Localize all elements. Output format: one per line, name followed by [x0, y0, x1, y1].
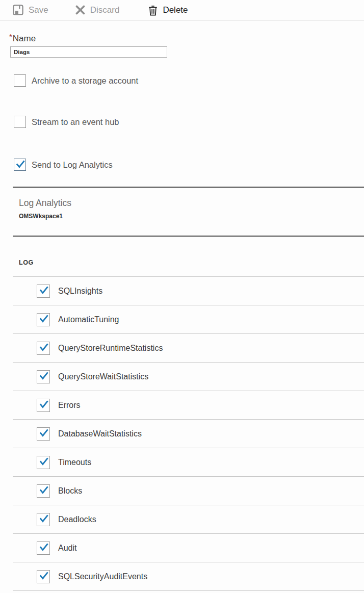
stream-event-hub-label: Stream to an event hub	[32, 117, 119, 127]
log-category-checkbox[interactable]	[37, 542, 50, 555]
archive-storage-label: Archive to a storage account	[32, 76, 138, 86]
discard-button[interactable]: Discard	[75, 5, 120, 15]
option-archive-storage: Archive to a storage account	[14, 74, 364, 87]
save-label: Save	[29, 5, 48, 15]
send-log-analytics-label: Send to Log Analytics	[32, 160, 113, 170]
log-category-checkbox[interactable]	[37, 570, 50, 583]
log-section-header: LOG	[19, 259, 364, 267]
log-category-label: SQLInsights	[58, 287, 102, 296]
section-divider-top	[13, 187, 364, 188]
discard-x-icon	[75, 5, 86, 15]
stream-event-hub-checkbox[interactable]	[14, 116, 26, 128]
name-input[interactable]	[10, 46, 167, 58]
log-category-checkbox[interactable]	[37, 370, 50, 383]
log-category-row: QueryStoreWaitStatistics	[13, 363, 364, 391]
log-category-checkbox[interactable]	[37, 313, 50, 326]
option-send-log-analytics: Send to Log Analytics	[14, 159, 364, 171]
log-category-label: Timeouts	[58, 458, 91, 467]
log-category-row: SQLInsights	[13, 277, 364, 305]
log-category-label: Errors	[58, 401, 81, 410]
log-category-checkbox[interactable]	[37, 427, 50, 441]
log-category-checkbox[interactable]	[37, 484, 50, 498]
log-category-checkbox[interactable]	[37, 285, 50, 298]
log-category-row: Blocks	[13, 477, 364, 505]
name-label: *Name	[9, 31, 364, 44]
trash-icon	[148, 5, 158, 16]
log-category-checkbox[interactable]	[37, 513, 50, 526]
log-category-label: QueryStoreRuntimeStatistics	[58, 344, 163, 353]
log-category-row: AutomaticTuning	[13, 305, 364, 334]
log-category-label: AutomaticTuning	[58, 315, 119, 324]
log-category-label: QueryStoreWaitStatistics	[58, 372, 148, 381]
command-bar: Save Discard Delete	[0, 0, 364, 20]
log-category-label: Deadlocks	[58, 515, 96, 524]
log-category-row: QueryStoreRuntimeStatistics	[13, 334, 364, 363]
discard-label: Discard	[90, 5, 120, 15]
save-button[interactable]: Save	[12, 4, 48, 16]
log-category-row: Deadlocks	[13, 505, 364, 534]
section-divider-bottom	[13, 236, 364, 237]
log-category-label: Blocks	[58, 486, 82, 496]
log-analytics-title: Log Analytics	[19, 197, 364, 209]
name-field-group: *Name	[9, 31, 364, 58]
log-analytics-workspace-name: OMSWkspace1	[19, 213, 364, 220]
log-category-list: SQLInsights AutomaticTuning QueryStoreRu…	[13, 276, 364, 591]
delete-label: Delete	[163, 5, 188, 15]
delete-button[interactable]: Delete	[148, 5, 188, 16]
log-category-checkbox[interactable]	[37, 399, 50, 412]
log-category-checkbox[interactable]	[37, 456, 50, 469]
name-label-text: Name	[13, 34, 36, 43]
archive-storage-checkbox[interactable]	[14, 74, 26, 87]
log-category-row: Errors	[13, 391, 364, 420]
log-category-label: Audit	[58, 544, 76, 553]
log-category-label: SQLSecurityAuditEvents	[58, 572, 147, 581]
log-category-row: DatabaseWaitStatistics	[13, 420, 364, 448]
log-category-checkbox[interactable]	[37, 342, 50, 355]
required-asterisk: *	[9, 32, 12, 41]
log-category-label: DatabaseWaitStatistics	[58, 429, 142, 439]
log-analytics-workspace-selector[interactable]: Log Analytics OMSWkspace1	[19, 197, 364, 220]
log-category-row: Audit	[13, 534, 364, 562]
send-log-analytics-checkbox[interactable]	[14, 159, 26, 171]
log-category-row: SQLSecurityAuditEvents	[13, 562, 364, 591]
log-category-row: Timeouts	[13, 448, 364, 477]
save-icon	[12, 4, 24, 16]
option-stream-event-hub: Stream to an event hub	[14, 116, 364, 128]
